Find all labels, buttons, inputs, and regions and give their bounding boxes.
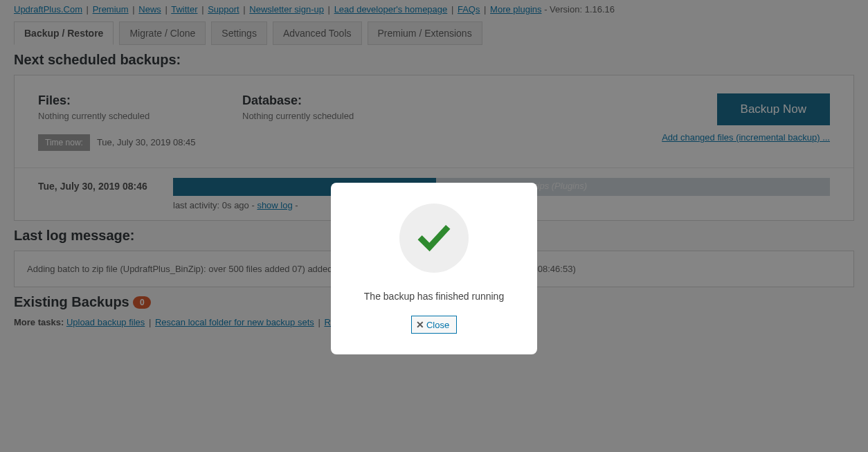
- backup-finished-dialog: The backup has finished running ✕ Close: [331, 183, 537, 341]
- close-icon: ✕: [416, 319, 424, 330]
- close-button[interactable]: ✕ Close: [411, 316, 457, 334]
- dialog-message: The backup has finished running: [331, 291, 537, 302]
- checkmark-icon: [399, 204, 469, 273]
- modal-overlay: The backup has finished running ✕ Close: [0, 0, 868, 341]
